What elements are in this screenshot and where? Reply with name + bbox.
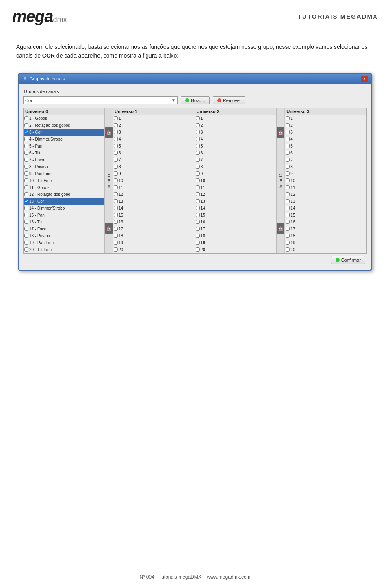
- channel-checkbox[interactable]: [24, 241, 28, 245]
- channel-checkbox[interactable]: [286, 165, 290, 169]
- channel-checkbox[interactable]: [24, 158, 28, 162]
- channel-checkbox[interactable]: [286, 137, 290, 141]
- dialog-close-button[interactable]: ×: [361, 76, 368, 82]
- channel-item[interactable]: 3: [285, 129, 366, 136]
- import2-icon-bottom[interactable]: 🤖: [277, 223, 284, 234]
- channel-checkbox[interactable]: [24, 185, 28, 189]
- channel-item[interactable]: 8 - Prisma: [24, 163, 104, 170]
- channel-checkbox[interactable]: [114, 234, 118, 238]
- import2-icon-top[interactable]: 🤖: [277, 127, 284, 138]
- channel-checkbox[interactable]: [24, 123, 28, 127]
- channel-item[interactable]: 7: [113, 156, 195, 163]
- channel-item[interactable]: 9: [195, 170, 277, 177]
- channel-item[interactable]: 1: [195, 115, 277, 122]
- channel-item[interactable]: 13 - Cor: [24, 198, 104, 205]
- universo0-list[interactable]: 1 - Gobos2 - Rotação dos gobos3 - Cor4 -…: [24, 115, 104, 253]
- channel-item[interactable]: 13: [113, 198, 195, 205]
- channel-checkbox[interactable]: [196, 234, 200, 238]
- channel-checkbox[interactable]: [196, 178, 200, 182]
- channel-item[interactable]: 3 - Cor: [24, 129, 104, 136]
- channel-checkbox[interactable]: [196, 137, 200, 141]
- channel-item[interactable]: 16: [113, 219, 195, 226]
- channel-item[interactable]: 17: [113, 226, 195, 232]
- channel-item[interactable]: 19: [285, 239, 366, 246]
- channel-item[interactable]: 12 - Rotação dos gobo: [24, 191, 104, 198]
- channel-item[interactable]: 15: [195, 212, 277, 219]
- channel-checkbox[interactable]: [114, 171, 118, 176]
- channel-item[interactable]: 2: [113, 122, 195, 129]
- channel-checkbox[interactable]: [24, 192, 28, 196]
- channel-item[interactable]: 8: [195, 163, 277, 170]
- channel-checkbox[interactable]: [24, 206, 28, 210]
- channel-item[interactable]: 16: [195, 219, 277, 226]
- channel-checkbox[interactable]: [114, 130, 118, 134]
- channel-item[interactable]: 15 - Pan: [24, 212, 104, 219]
- channel-item[interactable]: 10: [195, 177, 277, 184]
- channel-checkbox[interactable]: [114, 165, 118, 169]
- channel-item[interactable]: 4 - Dimmer/Strobo: [24, 136, 104, 143]
- channel-item[interactable]: 8: [113, 163, 195, 170]
- channel-checkbox[interactable]: [196, 213, 200, 217]
- channel-checkbox[interactable]: [24, 137, 28, 141]
- channel-checkbox[interactable]: [196, 247, 200, 252]
- channel-checkbox[interactable]: [24, 234, 28, 238]
- channel-item[interactable]: 6: [113, 150, 195, 156]
- channel-item[interactable]: 17 - Foco: [24, 226, 104, 232]
- channel-checkbox[interactable]: [196, 151, 200, 155]
- channel-checkbox[interactable]: [114, 178, 118, 182]
- channel-checkbox[interactable]: [114, 137, 118, 141]
- channel-item[interactable]: 9: [113, 170, 195, 177]
- universo1-list[interactable]: 12345678910111213141516171819202122: [113, 115, 195, 253]
- channel-item[interactable]: 20: [113, 246, 195, 253]
- channel-checkbox[interactable]: [196, 185, 200, 189]
- channel-checkbox[interactable]: [286, 241, 290, 245]
- channel-item[interactable]: 14: [285, 205, 366, 212]
- channel-item[interactable]: 17: [285, 226, 366, 232]
- channel-checkbox[interactable]: [286, 151, 290, 155]
- channel-checkbox[interactable]: [286, 199, 290, 203]
- channel-checkbox[interactable]: [24, 220, 28, 224]
- channel-checkbox[interactable]: [24, 165, 28, 169]
- channel-checkbox[interactable]: [196, 158, 200, 162]
- channel-checkbox[interactable]: [196, 171, 200, 176]
- channel-item[interactable]: 20 - Tilt Fino: [24, 246, 104, 253]
- channel-item[interactable]: 5: [285, 143, 366, 150]
- channel-item[interactable]: 10: [113, 177, 195, 184]
- channel-checkbox[interactable]: [24, 227, 28, 231]
- channel-checkbox[interactable]: [114, 151, 118, 155]
- channel-checkbox[interactable]: [286, 247, 290, 252]
- import1-icon-top[interactable]: 🤖: [105, 127, 113, 138]
- channel-checkbox[interactable]: [286, 227, 290, 231]
- channel-checkbox[interactable]: [114, 144, 118, 148]
- channel-item[interactable]: 12: [195, 191, 277, 198]
- channel-item[interactable]: 8: [285, 163, 366, 170]
- channel-checkbox[interactable]: [286, 178, 290, 182]
- channel-item[interactable]: 13: [285, 198, 366, 205]
- channel-checkbox[interactable]: [114, 158, 118, 162]
- channel-checkbox[interactable]: [114, 123, 118, 127]
- channel-item[interactable]: 20: [195, 246, 277, 253]
- confirmar-button[interactable]: Confirmar: [331, 256, 365, 264]
- channel-item[interactable]: 19: [195, 239, 277, 246]
- channel-checkbox[interactable]: [286, 192, 290, 196]
- channel-item[interactable]: 7: [285, 156, 366, 163]
- channel-checkbox[interactable]: [196, 130, 200, 134]
- channel-checkbox[interactable]: [286, 171, 290, 176]
- channel-checkbox[interactable]: [196, 116, 200, 120]
- channel-checkbox[interactable]: [114, 199, 118, 203]
- channel-checkbox[interactable]: [114, 213, 118, 217]
- channel-item[interactable]: 7: [195, 156, 277, 163]
- channel-item[interactable]: 5 - Pan: [24, 143, 104, 150]
- channel-checkbox[interactable]: [114, 116, 118, 120]
- channel-checkbox[interactable]: [196, 206, 200, 210]
- channel-item[interactable]: 11 - Gobos: [24, 184, 104, 191]
- remover-button[interactable]: Remover: [213, 96, 246, 104]
- channel-item[interactable]: 4: [195, 136, 277, 143]
- channel-checkbox[interactable]: [24, 151, 28, 155]
- channel-checkbox[interactable]: [114, 192, 118, 196]
- channel-checkbox[interactable]: [24, 178, 28, 182]
- channel-item[interactable]: 18: [113, 232, 195, 239]
- channel-item[interactable]: 20: [285, 246, 366, 253]
- novo-button[interactable]: Novo...: [181, 96, 210, 104]
- channel-checkbox[interactable]: [196, 241, 200, 245]
